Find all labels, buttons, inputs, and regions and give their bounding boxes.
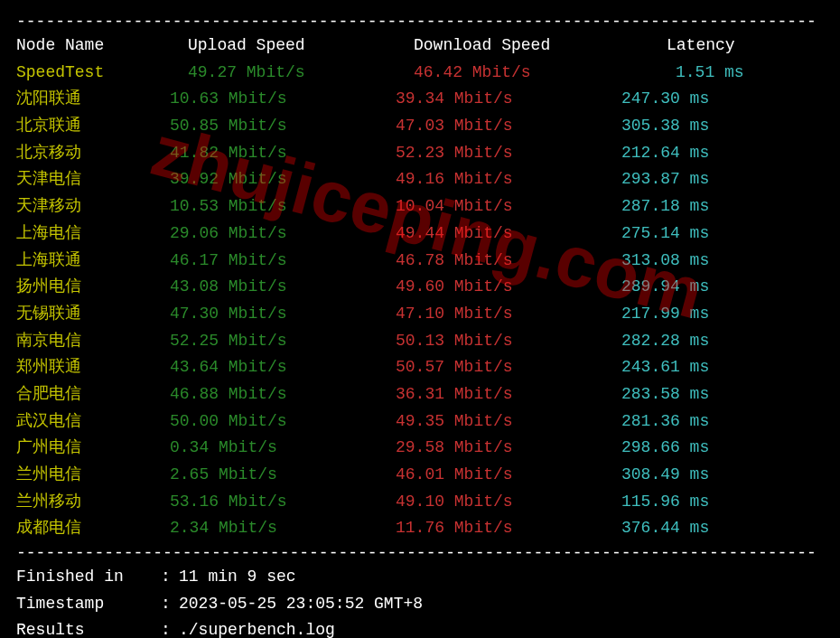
- download-speed: 11.76 Mbit/s: [396, 515, 621, 542]
- table-row: 扬州电信43.08 Mbit/s49.60 Mbit/s289.94 ms: [16, 274, 824, 301]
- header-download: Download Speed: [396, 33, 621, 60]
- upload-speed: 52.25 Mbit/s: [170, 328, 396, 355]
- table-row: 天津移动10.53 Mbit/s10.04 Mbit/s287.18 ms: [16, 193, 824, 220]
- divider-top: ----------------------------------------…: [16, 13, 824, 31]
- latency: 287.18 ms: [621, 193, 824, 220]
- latency: 243.61 ms: [621, 354, 824, 381]
- upload-speed: 2.65 Mbit/s: [170, 462, 396, 489]
- download-speed: 49.44 Mbit/s: [396, 220, 621, 248]
- latency: 313.08 ms: [621, 248, 824, 275]
- download-speed: 46.78 Mbit/s: [396, 248, 621, 275]
- node-name: 北京移动: [16, 140, 170, 167]
- node-name: 上海电信: [16, 220, 170, 248]
- node-name: 成都电信: [16, 515, 170, 542]
- speedtest-row: SpeedTest 49.27 Mbit/s 46.42 Mbit/s 1.51…: [16, 60, 824, 87]
- latency: 275.14 ms: [621, 220, 824, 248]
- header-latency: Latency: [621, 33, 824, 60]
- table-row: 合肥电信46.88 Mbit/s36.31 Mbit/s283.58 ms: [16, 381, 824, 408]
- node-name: 扬州电信: [16, 274, 170, 301]
- table-row: 北京联通50.85 Mbit/s47.03 Mbit/s305.38 ms: [16, 113, 824, 140]
- table-row: 武汉电信50.00 Mbit/s49.35 Mbit/s281.36 ms: [16, 408, 824, 436]
- results-label: Results: [16, 617, 161, 638]
- node-name: 沈阳联通: [16, 86, 170, 113]
- table-row: 沈阳联通10.63 Mbit/s39.34 Mbit/s247.30 ms: [16, 86, 824, 113]
- download-speed: 49.16 Mbit/s: [396, 166, 621, 193]
- node-name: 兰州电信: [16, 462, 170, 489]
- latency: 247.30 ms: [621, 86, 824, 113]
- table-header: Node Name Upload Speed Download Speed La…: [16, 33, 824, 60]
- latency: 217.99 ms: [621, 301, 824, 328]
- latency: 283.58 ms: [621, 381, 824, 408]
- node-name: 北京联通: [16, 113, 170, 140]
- upload-speed: 2.34 Mbit/s: [170, 515, 396, 542]
- upload-speed: 46.17 Mbit/s: [170, 248, 396, 275]
- upload-speed: 50.85 Mbit/s: [170, 113, 396, 140]
- speedtest-upload: 49.27 Mbit/s: [170, 60, 396, 87]
- upload-speed: 43.08 Mbit/s: [170, 274, 396, 301]
- table-row: 上海联通46.17 Mbit/s46.78 Mbit/s313.08 ms: [16, 248, 824, 275]
- download-speed: 36.31 Mbit/s: [396, 381, 621, 408]
- node-name: 合肥电信: [16, 381, 170, 408]
- speedtest-download: 46.42 Mbit/s: [396, 60, 621, 87]
- timestamp-value: 2023-05-25 23:05:52 GMT+8: [179, 591, 423, 618]
- table-row: 郑州联通43.64 Mbit/s50.57 Mbit/s243.61 ms: [16, 354, 824, 381]
- latency: 115.96 ms: [621, 489, 824, 516]
- latency: 308.49 ms: [621, 462, 824, 489]
- download-speed: 50.13 Mbit/s: [396, 328, 621, 355]
- download-speed: 47.03 Mbit/s: [396, 113, 621, 140]
- node-name: 广州电信: [16, 435, 170, 462]
- node-name: 武汉电信: [16, 408, 170, 436]
- footer-sep: :: [161, 591, 179, 618]
- table-row: 无锡联通47.30 Mbit/s47.10 Mbit/s217.99 ms: [16, 301, 824, 328]
- download-speed: 49.60 Mbit/s: [396, 274, 621, 301]
- footer-results: Results : ./superbench.log: [16, 617, 824, 638]
- latency: 289.94 ms: [621, 274, 824, 301]
- table-row: 天津电信39.92 Mbit/s49.16 Mbit/s293.87 ms: [16, 166, 824, 193]
- speedtest-latency: 1.51 ms: [621, 60, 824, 87]
- latency: 282.28 ms: [621, 328, 824, 355]
- upload-speed: 39.92 Mbit/s: [170, 166, 396, 193]
- download-speed: 46.01 Mbit/s: [396, 462, 621, 489]
- node-name: 郑州联通: [16, 354, 170, 381]
- node-name: 南京电信: [16, 328, 170, 355]
- latency: 305.38 ms: [621, 113, 824, 140]
- upload-speed: 41.82 Mbit/s: [170, 140, 396, 167]
- upload-speed: 0.34 Mbit/s: [170, 435, 396, 462]
- node-name: 上海联通: [16, 248, 170, 275]
- table-row: 兰州移动53.16 Mbit/s49.10 Mbit/s115.96 ms: [16, 489, 824, 516]
- table-row: 上海电信29.06 Mbit/s49.44 Mbit/s275.14 ms: [16, 220, 824, 248]
- footer-finished: Finished in : 11 min 9 sec: [16, 564, 824, 591]
- node-name: 无锡联通: [16, 301, 170, 328]
- footer-sep: :: [161, 564, 179, 591]
- header-node: Node Name: [16, 33, 170, 60]
- download-speed: 52.23 Mbit/s: [396, 140, 621, 167]
- download-speed: 29.58 Mbit/s: [396, 435, 621, 462]
- upload-speed: 10.63 Mbit/s: [170, 86, 396, 113]
- download-speed: 49.35 Mbit/s: [396, 408, 621, 436]
- results-value: ./superbench.log: [179, 617, 335, 638]
- latency: 376.44 ms: [621, 515, 824, 542]
- divider-mid: ----------------------------------------…: [16, 544, 824, 562]
- timestamp-label: Timestamp: [16, 591, 161, 618]
- download-speed: 47.10 Mbit/s: [396, 301, 621, 328]
- speedtest-name: SpeedTest: [16, 60, 170, 87]
- upload-speed: 47.30 Mbit/s: [170, 301, 396, 328]
- header-upload: Upload Speed: [170, 33, 396, 60]
- node-name: 天津电信: [16, 166, 170, 193]
- latency: 298.66 ms: [621, 435, 824, 462]
- footer-sep: :: [161, 617, 179, 638]
- upload-speed: 53.16 Mbit/s: [170, 489, 396, 516]
- upload-speed: 29.06 Mbit/s: [170, 220, 396, 248]
- table-row: 兰州电信2.65 Mbit/s46.01 Mbit/s308.49 ms: [16, 462, 824, 489]
- table-row: 成都电信2.34 Mbit/s11.76 Mbit/s376.44 ms: [16, 515, 824, 542]
- latency: 281.36 ms: [621, 408, 824, 436]
- upload-speed: 43.64 Mbit/s: [170, 354, 396, 381]
- upload-speed: 10.53 Mbit/s: [170, 193, 396, 220]
- download-speed: 39.34 Mbit/s: [396, 86, 621, 113]
- upload-speed: 46.88 Mbit/s: [170, 381, 396, 408]
- table-row: 广州电信0.34 Mbit/s29.58 Mbit/s298.66 ms: [16, 435, 824, 462]
- footer-timestamp: Timestamp : 2023-05-25 23:05:52 GMT+8: [16, 591, 824, 618]
- download-speed: 49.10 Mbit/s: [396, 489, 621, 516]
- finished-value: 11 min 9 sec: [179, 564, 296, 591]
- download-speed: 50.57 Mbit/s: [396, 354, 621, 381]
